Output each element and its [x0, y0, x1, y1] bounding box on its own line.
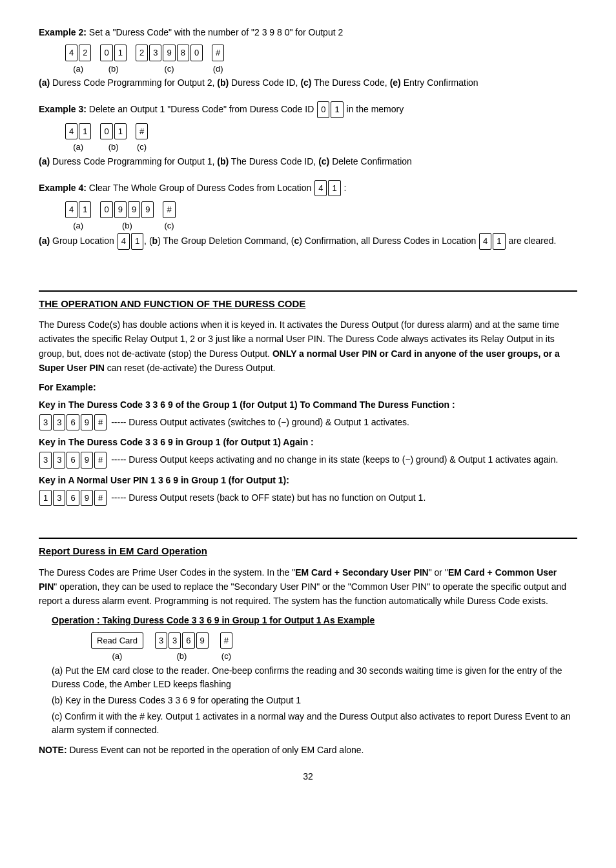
label-b4: (b) [122, 219, 132, 232]
op-group-b: 3369 (b) [154, 632, 209, 663]
op-example1-line: 3369# ----- Duress Output activates (swi… [39, 414, 577, 431]
example3-desc2: in the memory [344, 104, 404, 114]
example3-group-c: # (c) [135, 123, 149, 154]
read-card-key: Read Card [91, 632, 143, 649]
label-a: (a) [73, 63, 83, 76]
key-4d: 4 [65, 201, 77, 218]
key-1: 1 [114, 45, 127, 61]
example4-diagram: 41 (a) 0999 (b) # (c) [65, 201, 577, 232]
example3-group-b: 01 (b) [99, 123, 127, 154]
cap4-c: c [294, 236, 300, 246]
label-a3: (a) [73, 141, 83, 154]
page-number: 32 [39, 770, 577, 783]
example4-desc2: : [342, 183, 347, 193]
op-bullet-list: (a) Put the EM card close to the reader.… [52, 664, 577, 737]
note-line: NOTE: Duress Event can not be reported i… [39, 743, 577, 757]
cap3-b: (b) [217, 156, 229, 167]
op-example2-header: Key in The Duress Code 3 3 6 9 in Group … [39, 436, 577, 449]
example4-section: Example 4: Clear The Whole Group of Dure… [39, 180, 577, 250]
label-c3: (c) [137, 141, 147, 154]
operation-bold: ONLY a normal User PIN or Card in anyone… [39, 348, 560, 373]
key-hash: # [212, 45, 224, 61]
key-3: 3 [149, 45, 161, 61]
report-bold1: EM Card + Secondary User PIN [295, 567, 429, 578]
op-ex2-desc: ----- Duress Output keeps activating and… [111, 453, 558, 467]
key-1c2: 1 [114, 123, 127, 140]
example3-group-a: 41 (a) [65, 123, 92, 154]
report-title: Report Duress in EM Card Operation [39, 544, 577, 559]
operation-section: THE OPERATION AND FUNCTION OF THE DURESS… [39, 290, 577, 507]
note-bold: NOTE: [39, 745, 67, 755]
key-hash3: # [136, 123, 148, 140]
cap-e: (e) [390, 77, 401, 88]
example2-diagram: 42 (a) 01 (b) 23980 (c) # (d) [65, 45, 577, 75]
example2-group-c: 23980 (c) [135, 45, 203, 75]
key-9d2: 9 [128, 201, 140, 218]
report-divider [39, 538, 577, 539]
example4-group-b: 0999 (b) [99, 201, 154, 232]
example3-title: Example 3: [39, 104, 87, 114]
key-0: 0 [100, 45, 112, 61]
key-2: 2 [79, 45, 91, 61]
cap3-a: (a) [39, 156, 50, 167]
op-group-c: # (c) [220, 632, 233, 663]
key-9d1: 9 [114, 201, 127, 218]
key-1-inline: 1 [331, 101, 343, 118]
example4-desc: Clear The Whole Group of Duress Codes fr… [87, 183, 314, 193]
bullet-c: (c) Confirm it with the # key. Output 1 … [52, 710, 577, 737]
example2-group-a: 42 (a) [65, 45, 92, 75]
example2-caption: (a) Duress Code Programming for Output 2… [39, 76, 577, 90]
label-c4: (c) [164, 219, 174, 232]
op-example1-header: Key in The Duress Code 3 3 6 9 of the Gr… [39, 398, 577, 412]
operation-title: THE OPERATION AND FUNCTION OF THE DURESS… [39, 297, 577, 312]
key-0b: 0 [190, 45, 203, 61]
op-ex3-keys: 1369# [39, 490, 107, 507]
label-b: (b) [108, 63, 119, 76]
label-c: (c) [164, 63, 174, 76]
cap4-b: b [152, 236, 158, 246]
label-a4: (a) [73, 219, 83, 232]
operation-body1: The Duress Code(s) has double actions wh… [39, 318, 577, 376]
op-ex3-desc: ----- Duress Output resets (back to OFF … [111, 491, 426, 505]
example2-title-line: Example 2: Set a "Duress Code" with the … [39, 26, 577, 39]
op-group-a: Read Card (a) [90, 632, 144, 663]
op-label-c: (c) [221, 650, 231, 663]
key-1-cap: 1 [131, 233, 143, 250]
key-9: 9 [163, 45, 175, 61]
op-diagram: Read Card (a) 3369 (b) # (c) [90, 632, 577, 663]
label-d: (d) [213, 63, 223, 76]
key-9d3: 9 [141, 201, 154, 218]
key-0c: 0 [100, 123, 112, 140]
label-b3: (b) [108, 141, 119, 154]
op-label-b: (b) [176, 650, 187, 663]
example2-group-b: 01 (b) [99, 45, 127, 75]
cap-b: (b) [217, 77, 229, 88]
example2-group-d: # (d) [211, 45, 225, 75]
bullet-a: (a) Put the EM card close to the reader.… [52, 664, 577, 691]
op-ex2-keys: 3369# [39, 452, 107, 469]
bullet-b: (b) Key in the Duress Codes 3 3 6 9 for … [52, 694, 577, 707]
example4-title: Example 4: [39, 183, 87, 193]
report-body1: The Duress Codes are Prime User Codes in… [39, 565, 577, 609]
key-1-ex4: 1 [328, 180, 340, 197]
op-ex1-keys: 3369# [39, 414, 107, 431]
key-4-ex4: 4 [314, 180, 327, 197]
key-2b: 2 [136, 45, 148, 61]
key-4-cap: 4 [118, 233, 130, 250]
example4-group-c: # (c) [162, 201, 176, 232]
example3-section: Example 3: Delete an Output 1 "Duress Co… [39, 101, 577, 168]
example4-group-a: 41 (a) [65, 201, 92, 232]
cap-a: (a) [39, 77, 50, 88]
op-example2-line: 3369# ----- Duress Output keeps activati… [39, 452, 577, 469]
key-1d: 1 [79, 201, 91, 218]
example3-title-line: Example 3: Delete an Output 1 "Duress Co… [39, 101, 577, 118]
key-8: 8 [177, 45, 189, 61]
section-divider [39, 290, 577, 292]
op-ex1-desc: ----- Duress Output activates (switches … [111, 416, 409, 429]
op-label-a: (a) [112, 650, 122, 663]
example3-diagram: 41 (a) 01 (b) # (c) [65, 123, 577, 154]
key-4-cap2: 4 [479, 233, 491, 250]
key-4c: 4 [65, 123, 77, 140]
example2-desc: Set a "Duress Code" with the number of "… [87, 27, 343, 37]
report-section: Report Duress in EM Card Operation The D… [39, 538, 577, 757]
